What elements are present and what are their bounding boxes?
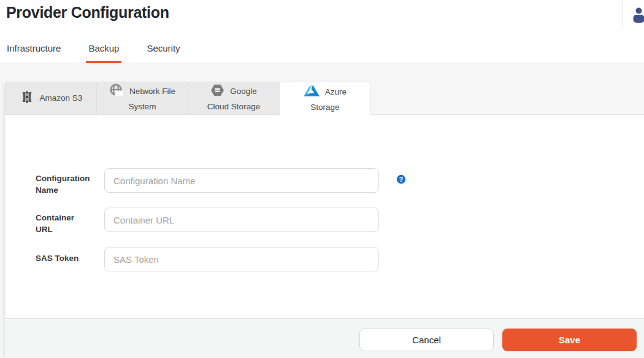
nav-tab-backup[interactable]: Backup xyxy=(88,43,119,63)
provider-tab-label: Network File xyxy=(129,86,175,97)
save-button[interactable]: Save xyxy=(502,329,637,351)
cancel-button[interactable]: Cancel xyxy=(359,329,494,351)
form-actions-footer: Cancel Save xyxy=(5,318,644,358)
container-url-label: Container URL xyxy=(36,212,91,235)
provider-tab-label: Amazon S3 xyxy=(40,93,83,104)
svg-text:?: ? xyxy=(399,176,403,183)
provider-tabstrip: Amazon S3 Network File System xyxy=(5,82,644,115)
provider-tab-amazon-s3[interactable]: Amazon S3 xyxy=(5,82,97,115)
azure-storage-form: Configuration Name ? Container URL SAS T… xyxy=(5,115,644,318)
sas-token-label: SAS Token xyxy=(36,252,91,264)
container-url-input[interactable] xyxy=(104,208,379,232)
active-tab-underline xyxy=(86,61,121,63)
configuration-name-input[interactable] xyxy=(104,168,379,193)
provider-tab-network-file-system[interactable]: Network File System xyxy=(96,82,188,115)
primary-nav: Infrastructure Backup Security xyxy=(7,43,180,63)
provider-tab-google-cloud-storage[interactable]: Google Cloud Storage xyxy=(188,82,280,115)
nav-tab-infrastructure[interactable]: Infrastructure xyxy=(7,43,61,63)
provider-tab-label: Google xyxy=(230,86,257,97)
help-icon[interactable]: ? xyxy=(396,174,406,184)
google-cloud-storage-icon xyxy=(210,84,224,100)
configuration-name-label: Configuration Name xyxy=(36,173,91,196)
provider-config-card: Amazon S3 Network File System xyxy=(5,82,644,358)
header-divider xyxy=(623,0,623,29)
azure-storage-icon xyxy=(304,84,320,99)
provider-tab-label: Azure xyxy=(325,87,347,98)
nav-tab-label: Security xyxy=(147,43,180,53)
nav-tab-label: Infrastructure xyxy=(7,43,61,53)
network-file-system-icon xyxy=(109,83,124,101)
amazon-s3-icon xyxy=(20,90,34,107)
page-title: Provider Configuration xyxy=(6,2,169,23)
provider-tab-label-line2: Cloud Storage xyxy=(207,101,260,112)
sas-token-input[interactable] xyxy=(104,247,379,271)
provider-tab-label-line2: System xyxy=(128,101,156,112)
nav-tab-label: Backup xyxy=(88,43,119,53)
nav-tab-security[interactable]: Security xyxy=(147,43,180,63)
tabstrip-filler xyxy=(370,82,644,115)
user-icon[interactable] xyxy=(631,7,644,25)
provider-tab-label-line2: Storage xyxy=(310,102,339,113)
provider-tab-azure-storage[interactable]: Azure Storage xyxy=(279,82,371,115)
page-header: Provider Configuration Infrastructure Ba… xyxy=(0,0,644,63)
